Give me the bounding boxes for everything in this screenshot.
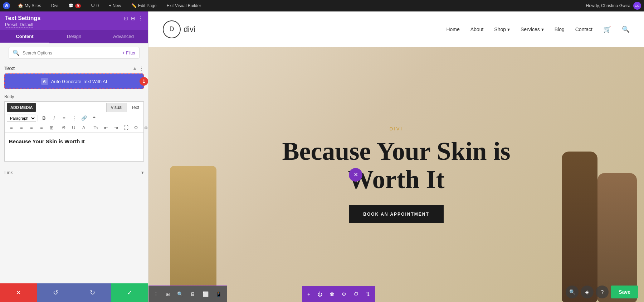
admin-exit-vb[interactable]: Exit Visual Builder [165, 0, 204, 11]
services-dropdown-icon: ▾ [541, 27, 544, 32]
editor-toolbar-row2: ≡ ≡ ≡ ≡ ⊞ S U A T₂ ⇤ ⇥ ⛶ Ω ☺ ↺ ↻ [4, 123, 144, 133]
editor-toolbar-row1: Paragraph Heading 1 Heading 2 B I ≡ ⋮ 🔗 … [4, 113, 144, 123]
mod-add-btn[interactable]: + [304, 289, 313, 299]
module-bar-right: + ⏻ 🗑 ⚙ ⏱ ⇅ [302, 286, 375, 302]
wordpress-logo[interactable]: W [3, 2, 10, 9]
bottle-right2-decoration [597, 173, 637, 302]
align-justify-button[interactable]: ≡ [37, 124, 46, 131]
mod-search-btn[interactable]: 🔍 [174, 289, 186, 299]
nav-cart-icon[interactable]: 🛒 [603, 25, 611, 33]
tab-content[interactable]: Content [0, 30, 49, 43]
mod-grid-btn[interactable]: ⊞ [163, 289, 173, 299]
left-panel: Text Settings ⊡ ⊞ ⋮ Preset: Default Cont… [0, 11, 148, 302]
bottle-left-decoration [170, 166, 216, 302]
nav-services[interactable]: Services ▾ [521, 27, 544, 32]
align-right-button[interactable]: ≡ [27, 124, 36, 131]
link-button[interactable]: 🔗 [79, 114, 89, 122]
site-logo: D divi [163, 20, 195, 38]
layers-bottom-btn[interactable]: ◈ [581, 286, 594, 298]
mod-options-btn[interactable]: ⋮ [151, 289, 161, 299]
table-button[interactable]: ⊞ [47, 124, 56, 131]
panel-content: 🔍 + Filter Text ▲ ⋮ AI Auto Generate Tex… [0, 43, 148, 283]
mod-delete-btn[interactable]: 🗑 [327, 289, 337, 299]
mod-tablet-btn[interactable]: ⬜ [200, 289, 211, 299]
filter-button[interactable]: + Filter [122, 51, 136, 56]
admin-comment-pending[interactable]: 🗨 0 [89, 0, 101, 11]
panel-footer: ✕ ↺ ↻ ✓ [0, 283, 148, 302]
admin-edit-page[interactable]: ✏️ Edit Page [129, 0, 159, 11]
admin-my-sites[interactable]: 🏠 My Sites [16, 0, 43, 11]
hero-title: Because Your Skin is Worth It [271, 137, 522, 194]
special-char-button[interactable]: Ω [131, 124, 141, 131]
panel-title: Text Settings [5, 15, 40, 21]
save-button[interactable]: Save [611, 286, 638, 298]
format-select[interactable]: Paragraph Heading 1 Heading 2 [7, 115, 36, 122]
mod-timer-btn[interactable]: ⏱ [351, 289, 361, 299]
nav-home[interactable]: Home [446, 27, 459, 32]
underline-button[interactable]: U [69, 124, 78, 131]
panel-header: Text Settings ⊡ ⊞ ⋮ Preset: Default [0, 11, 148, 30]
link-expand-icon[interactable]: ▾ [141, 170, 144, 175]
editor-tab-visual[interactable]: Visual [106, 103, 127, 112]
admin-comments[interactable]: 💬 9 [66, 0, 83, 11]
ai-generate-button[interactable]: AI Auto Generate Text With AI [4, 73, 144, 89]
mod-desktop-btn[interactable]: 🖥 [187, 289, 198, 299]
help-bottom-btn[interactable]: ? [596, 286, 609, 298]
undo-button[interactable]: ↺ [37, 283, 74, 302]
search-input[interactable] [23, 51, 119, 56]
admin-new[interactable]: + New [107, 0, 123, 11]
panel-tabs: Content Design Advanced [0, 30, 148, 43]
body-label: Body [4, 94, 144, 99]
unordered-list-button[interactable]: ≡ [59, 114, 69, 122]
module-action-bar: ⋮ ⊞ 🔍 🖥 ⬜ 📱 [148, 286, 227, 302]
panel-expand-icon[interactable]: ⊡ [124, 15, 128, 21]
redo-button[interactable]: ↻ [74, 283, 111, 302]
panel-layout-icon[interactable]: ⊞ [131, 15, 135, 21]
emoji-button[interactable]: ☺ [141, 124, 148, 131]
tab-design[interactable]: Design [49, 30, 99, 43]
user-avatar[interactable]: CG [633, 2, 641, 10]
editor-text-area[interactable]: Because Your Skin is Worth It [4, 133, 144, 162]
purple-close-button[interactable]: ✕ [349, 168, 362, 182]
mod-settings-btn[interactable]: ⚙ [339, 289, 349, 299]
outdent-button[interactable]: ⇤ [101, 124, 111, 131]
mod-phone-btn[interactable]: 📱 [213, 289, 225, 299]
subscript-button[interactable]: T₂ [91, 124, 101, 131]
link-section[interactable]: Link ▾ [4, 166, 144, 179]
section-collapse-icon[interactable]: ▲ [132, 66, 137, 71]
hero-cta-button[interactable]: BOOK AN APPOINTMENT [349, 205, 443, 223]
mod-resize-btn[interactable]: ⇅ [363, 289, 373, 299]
preset-link[interactable]: Preset: Default [5, 22, 33, 28]
editor-view-tabs: Visual Text [106, 103, 143, 112]
editor-tab-text[interactable]: Text [127, 103, 143, 112]
panel-menu-icon[interactable]: ⋮ [138, 15, 143, 21]
search-bottom-btn[interactable]: 🔍 [566, 286, 579, 298]
blockquote-button[interactable]: ❝ [89, 114, 99, 122]
ordered-list-button[interactable]: ⋮ [69, 114, 79, 122]
section-icons: ▲ ⋮ [132, 66, 144, 71]
tab-advanced[interactable]: Advanced [99, 30, 148, 43]
font-color-button[interactable]: A [79, 124, 88, 131]
nav-contact[interactable]: Contact [575, 27, 592, 32]
nav-search-icon[interactable]: 🔍 [622, 25, 630, 33]
italic-button[interactable]: I [49, 114, 59, 122]
text-section-title: Text [4, 65, 15, 71]
confirm-button[interactable]: ✓ [111, 283, 148, 302]
nav-about[interactable]: About [470, 27, 484, 32]
bold-button[interactable]: B [39, 114, 49, 122]
admin-divi[interactable]: Divi [49, 0, 60, 11]
section-options-icon[interactable]: ⋮ [139, 66, 144, 71]
search-bar: 🔍 + Filter [9, 47, 140, 59]
add-media-button[interactable]: ADD MEDIA [7, 103, 36, 112]
mod-power-btn[interactable]: ⏻ [314, 289, 325, 299]
nav-blog[interactable]: Blog [555, 27, 565, 32]
align-left-button[interactable]: ≡ [7, 124, 16, 131]
fullscreen-button[interactable]: ⛶ [121, 124, 131, 131]
nav-shop[interactable]: Shop ▾ [494, 27, 510, 32]
editor-toolbar-top: ADD MEDIA Visual Text [4, 101, 144, 113]
strikethrough-button[interactable]: S [59, 124, 68, 131]
cancel-button[interactable]: ✕ [0, 283, 37, 302]
logo-circle: D [163, 20, 181, 38]
align-center-button[interactable]: ≡ [17, 124, 26, 131]
indent-button[interactable]: ⇥ [111, 124, 121, 131]
